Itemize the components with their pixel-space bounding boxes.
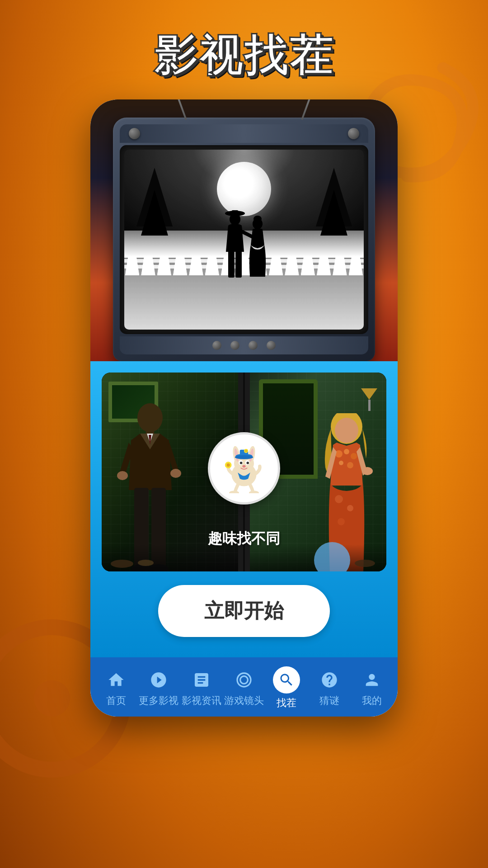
home-icon [105, 669, 127, 691]
svg-point-25 [362, 467, 373, 475]
svg-point-10 [170, 469, 181, 478]
svg-point-6 [253, 216, 262, 222]
debris-3 [355, 560, 375, 567]
phone-mockup: 趣味找不同 立即开始 首页 [90, 99, 398, 717]
svg-point-7 [137, 403, 163, 432]
movie-comparison-card: 趣味找不同 [102, 373, 386, 571]
tv-knob-bottom-4 [267, 341, 276, 350]
tv-trees-right [316, 168, 352, 226]
svg-point-24 [338, 518, 345, 525]
tv-couple-silhouette [215, 207, 273, 279]
svg-point-21 [347, 462, 353, 468]
app-title: 影视找茬 [154, 27, 334, 86]
svg-rect-4 [235, 250, 242, 278]
svg-point-2 [230, 213, 240, 225]
movie-icon [147, 669, 170, 691]
nav-label-mine: 我的 [362, 694, 382, 708]
svg-point-19 [351, 453, 357, 459]
svg-point-37 [242, 465, 245, 467]
nav-item-find[interactable]: 找茬 [265, 666, 308, 710]
svg-point-36 [247, 462, 249, 464]
movie-scene: 趣味找不同 [102, 373, 386, 571]
tv-knob-bottom-1 [212, 341, 221, 350]
tv-top-bar [120, 124, 368, 143]
nav-item-movies[interactable]: 更多影视 [137, 669, 180, 708]
nav-item-mine[interactable]: 我的 [351, 669, 393, 708]
svg-point-42 [245, 449, 248, 452]
svg-point-40 [235, 455, 253, 459]
svg-point-46 [249, 491, 259, 493]
mascot-svg [219, 443, 269, 493]
tv-screen-container [120, 145, 368, 334]
nav-label-riddle: 猜谜 [319, 694, 339, 708]
nav-label-watchall: 游戏镜头 [224, 694, 264, 708]
news-icon [190, 669, 213, 691]
svg-point-18 [344, 449, 349, 454]
nav-label-home: 首页 [106, 694, 126, 708]
riddle-icon [318, 669, 341, 691]
tv-bottom-bar [120, 336, 368, 354]
tv-scene [124, 150, 364, 330]
navigation-bar: 首页 更多影视 影视资讯 [90, 657, 398, 717]
debris-1 [111, 560, 133, 568]
mascot-circle [208, 432, 280, 505]
watch-icon [233, 669, 255, 691]
start-button[interactable]: 立即开始 [158, 585, 330, 637]
search-icon [273, 666, 300, 693]
tv-screen [124, 150, 364, 330]
lamp-right [361, 388, 377, 411]
nav-label-find: 找茬 [277, 696, 296, 710]
svg-point-45 [229, 491, 239, 493]
nav-label-news: 影视资讯 [182, 694, 221, 708]
find-diff-label: 趣味找不同 [208, 529, 280, 549]
nav-item-news[interactable]: 影视资讯 [180, 669, 223, 708]
tv-knob-bottom-3 [249, 341, 258, 350]
blue-section: 趣味找不同 立即开始 [90, 361, 398, 657]
main-content: 影视找茬 [0, 0, 488, 868]
tv-set [113, 118, 375, 361]
svg-point-20 [339, 461, 343, 465]
tv-antenna-left [173, 99, 187, 120]
user-icon [361, 669, 383, 691]
svg-rect-3 [228, 250, 235, 278]
tv-antenna-right [301, 99, 315, 120]
svg-point-9 [117, 471, 128, 480]
svg-point-35 [240, 462, 243, 464]
tv-knob-bottom-2 [230, 341, 239, 350]
debris-2 [138, 560, 154, 566]
nav-item-home[interactable]: 首页 [95, 669, 137, 708]
nav-item-riddle[interactable]: 猜谜 [308, 669, 350, 708]
tv-knob-left [129, 128, 140, 139]
nav-label-movies: 更多影视 [139, 694, 178, 708]
svg-point-16 [335, 418, 358, 443]
tv-knob-right [348, 128, 359, 139]
tv-section [90, 99, 398, 361]
tv-trees-left [136, 168, 173, 226]
nav-item-watchall[interactable]: 游戏镜头 [223, 669, 265, 708]
svg-point-23 [347, 505, 353, 511]
svg-point-44 [227, 463, 230, 467]
tv-body [113, 118, 375, 361]
svg-point-22 [335, 495, 343, 503]
